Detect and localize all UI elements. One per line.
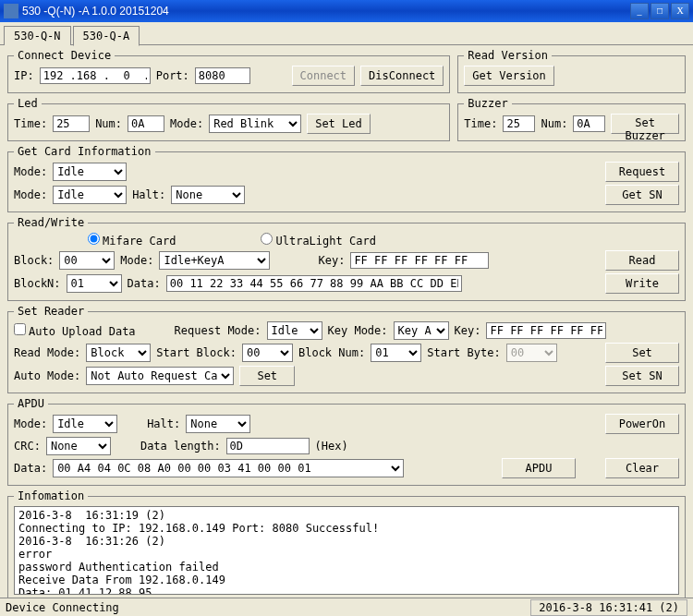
card-legend: Get Card Information	[14, 145, 155, 158]
get-sn-button[interactable]: Get SN	[605, 185, 679, 205]
led-mode-select[interactable]: Red Blink	[209, 115, 301, 133]
card-info-group: Get Card Information Mode: Idle Request …	[7, 145, 686, 212]
ip-label: IP:	[14, 69, 34, 82]
apdu-button[interactable]: APDU	[502, 458, 576, 478]
readmode-select[interactable]: Block	[86, 344, 151, 362]
automode-set-button[interactable]: Set	[239, 366, 295, 386]
write-button[interactable]: Write	[605, 273, 679, 294]
led-time-input[interactable]	[53, 115, 90, 132]
card-mode1-select[interactable]: Idle	[53, 163, 127, 181]
mifare-radio-label[interactable]: Mifare Card	[88, 233, 176, 248]
close-button[interactable]: X	[671, 3, 689, 19]
reader-key-input[interactable]	[486, 322, 606, 339]
tab-strip: 530-Q-N 530-Q-A	[0, 22, 693, 45]
led-legend: Led	[14, 97, 42, 110]
ip-input[interactable]	[40, 67, 151, 84]
mifare-radio[interactable]	[88, 233, 100, 245]
info-textarea[interactable]: 2016-3-8 16:31:19 (2) Connecting to IP: …	[14, 506, 679, 595]
port-label: Port:	[156, 69, 189, 82]
clear-button[interactable]: Clear	[605, 458, 679, 478]
rw-key-input[interactable]	[350, 252, 489, 269]
buzzer-time-label: Time:	[464, 117, 497, 130]
read-write-group: Read/Write Mifare Card UltraLight Card B…	[7, 216, 686, 301]
block-label: Block:	[14, 254, 54, 267]
startblock-label: Start Block:	[156, 346, 237, 359]
connect-device-group: Connect Device IP: Port: Connect DisConn…	[7, 49, 450, 93]
window-title: 530 -Q(-N) -A 1.0.0 20151204	[22, 5, 628, 18]
card-mode1-label: Mode:	[14, 165, 47, 178]
ultralight-radio[interactable]	[261, 233, 273, 245]
set-buzzer-button[interactable]: Set Buzzer	[611, 114, 679, 134]
apdu-halt-label: Halt:	[147, 417, 180, 430]
rw-data-input[interactable]	[166, 275, 462, 292]
set-led-button[interactable]: Set Led	[307, 114, 371, 134]
buzzer-group: Buzzer Time: Num: Set Buzzer	[457, 97, 686, 141]
get-version-button[interactable]: Get Version	[464, 66, 553, 86]
card-mode2-select[interactable]: Idle	[53, 186, 127, 204]
blocknum-label: Block Num:	[298, 346, 365, 359]
rw-key-label: Key:	[318, 254, 345, 267]
apdu-group: APDU Mode: Idle Halt: None PowerOn CRC: …	[7, 397, 686, 486]
auto-upload-label[interactable]: Auto Upload Data	[14, 323, 136, 338]
card-halt-select[interactable]: None	[171, 186, 245, 204]
startbyte-label: Start Byte:	[427, 346, 500, 359]
auto-upload-checkbox[interactable]	[14, 323, 26, 335]
window-titlebar: 530 -Q(-N) -A 1.0.0 20151204 _ □ X	[0, 0, 693, 22]
rw-mode-label: Mode:	[120, 254, 153, 267]
apdu-data-label: Data:	[14, 462, 47, 475]
tab-content: Connect Device IP: Port: Connect DisConn…	[0, 44, 693, 607]
crc-label: CRC:	[14, 440, 41, 453]
startblock-select[interactable]: 00	[242, 344, 293, 362]
minimize-button[interactable]: _	[630, 3, 649, 19]
block-select[interactable]: 00	[59, 251, 115, 270]
apdu-mode-label: Mode:	[14, 417, 47, 430]
hex-label: (Hex)	[315, 440, 348, 453]
maximize-button[interactable]: □	[650, 3, 669, 19]
led-group: Led Time: Num: Mode: Red Blink Set Led	[7, 97, 450, 141]
apdu-halt-select[interactable]: None	[186, 415, 250, 433]
status-bar: Device Connecting 2016-3-8 16:31:41 (2)	[0, 598, 693, 607]
crc-select[interactable]: None	[46, 437, 111, 455]
datalen-input[interactable]	[226, 438, 310, 454]
set-sn-button[interactable]: Set SN	[605, 366, 679, 386]
poweron-button[interactable]: PowerOn	[605, 414, 679, 434]
port-input[interactable]	[195, 67, 250, 84]
led-time-label: Time:	[14, 117, 47, 130]
buzzer-num-label: Num:	[541, 117, 567, 130]
automode-label: Auto Mode:	[14, 369, 80, 382]
reader-key-label: Key:	[455, 324, 481, 337]
startbyte-select: 00	[506, 344, 557, 362]
datalen-label: Data length:	[140, 440, 221, 453]
rw-legend: Read/Write	[14, 216, 88, 229]
status-right: 2016-3-8 16:31:41 (2)	[530, 599, 687, 608]
blockn-select[interactable]: 01	[67, 274, 122, 293]
read-button[interactable]: Read	[605, 250, 679, 271]
readmode-label: Read Mode:	[14, 346, 80, 359]
keymode-select[interactable]: Key A	[394, 321, 449, 340]
request-button[interactable]: Request	[605, 162, 679, 182]
read-version-group: Read Version Get Version	[457, 49, 686, 93]
apdu-mode-select[interactable]: Idle	[53, 415, 117, 433]
reqmode-select[interactable]: Idle	[267, 321, 322, 340]
status-left: Device Connecting	[6, 601, 119, 608]
apdu-data-select[interactable]: 00 A4 04 0C 08 A0 00 00 03 41 00 00 01	[53, 459, 404, 477]
led-num-label: Num:	[95, 117, 122, 130]
buzzer-num-input[interactable]	[573, 115, 605, 132]
tab-530qn[interactable]: 530-Q-N	[4, 26, 71, 45]
ultralight-radio-label[interactable]: UltraLight Card	[261, 233, 375, 248]
blocknum-select[interactable]: 01	[371, 344, 421, 362]
blockn-label: BlockN:	[14, 277, 61, 290]
apdu-legend: APDU	[14, 397, 48, 410]
rw-mode-select[interactable]: Idle+KeyA	[159, 251, 270, 270]
automode-select[interactable]: Not Auto Request Card	[86, 367, 234, 385]
reader-legend: Set Reader	[14, 305, 88, 318]
reader-set-button[interactable]: Set	[605, 343, 679, 363]
readver-legend: Read Version	[464, 49, 552, 62]
buzzer-time-input[interactable]	[503, 115, 535, 132]
led-mode-label: Mode:	[170, 117, 203, 130]
set-reader-group: Set Reader Auto Upload Data Request Mode…	[7, 305, 686, 393]
tab-530qa[interactable]: 530-Q-A	[73, 26, 140, 46]
connect-button: Connect	[292, 66, 356, 86]
disconnect-button[interactable]: DisConnect	[360, 66, 444, 86]
led-num-input[interactable]	[128, 115, 164, 132]
